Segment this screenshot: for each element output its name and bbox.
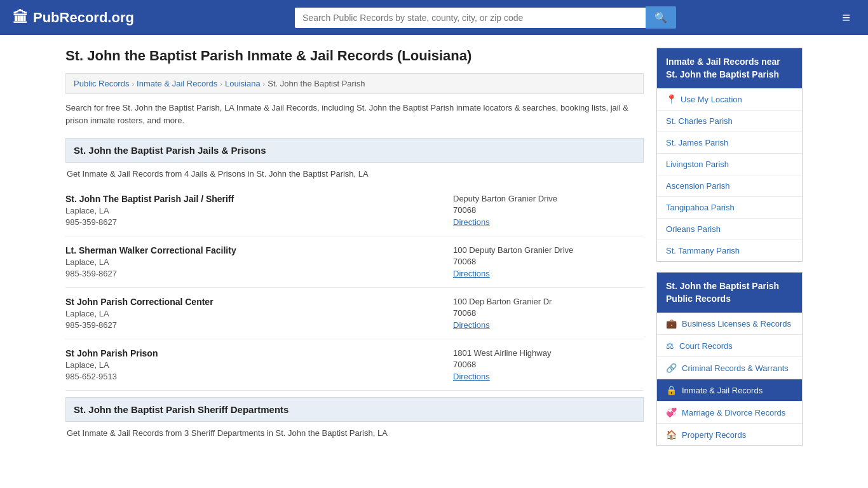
record-link-inmate[interactable]: 🔒 Inmate & Jail Records [657,379,802,401]
record-link-marriage[interactable]: 💞 Marriage & Divorce Records [657,402,802,423]
facility-3-right: 100 Dep Barton Granier Dr 70068 Directio… [453,297,644,330]
heart-icon: 💞 [666,407,677,417]
facility-3: St John Parish Correctional Center Lapla… [65,290,644,339]
record-label-court: Court Records [679,341,733,351]
breadcrumb-louisiana[interactable]: Louisiana [225,79,261,88]
facility-1-zip: 70068 [453,205,644,215]
record-label-criminal: Criminal Records & Warrants [682,363,789,373]
menu-icon[interactable]: ≡ [837,7,855,29]
facility-1-phone: 985-359-8627 [65,217,453,227]
facility-1-left: St. John The Baptist Parish Jail / Sheri… [65,194,453,227]
breadcrumb-public-records[interactable]: Public Records [74,79,129,88]
facility-4-zip: 70068 [453,360,644,369]
breadcrumb-sep-1: › [132,80,134,88]
record-label-property: Property Records [682,430,746,440]
facility-4-address: 1801 West Airline Highway [453,348,644,358]
record-item-inmate[interactable]: 🔒 Inmate & Jail Records [657,379,802,402]
facility-2-directions[interactable]: Directions [453,269,490,278]
facility-2: Lt. Sherman Walker Correctional Facility… [65,239,644,288]
main-content: St. John the Baptist Parish Inmate & Jai… [65,48,644,447]
record-item-court[interactable]: ⚖ Court Records [657,335,802,357]
breadcrumb: Public Records › Inmate & Jail Records ›… [65,73,644,94]
breadcrumb-current: St. John the Baptist Parish [268,79,365,88]
breadcrumb-sep-3: › [263,80,266,88]
sidebar-nearby-list: St. Charles Parish St. James Parish Livi… [657,111,802,261]
facility-1-address: Deputy Barton Granier Drive [453,194,644,203]
facility-4-city: Laplace, LA [65,360,453,370]
sheriff-section-header: St. John the Baptist Parish Sheriff Depa… [65,397,644,422]
facility-1: St. John The Baptist Parish Jail / Sheri… [65,187,644,236]
main-container: St. John the Baptist Parish Inmate & Jai… [53,35,815,459]
use-location-button[interactable]: 📍 Use My Location [657,88,802,111]
nearby-item-3[interactable]: Livingston Parish [657,154,802,175]
page-title: St. John the Baptist Parish Inmate & Jai… [65,48,644,64]
nearby-link-4[interactable]: Ascension Parish [657,175,802,196]
nearby-link-2[interactable]: St. James Parish [657,132,802,153]
home-icon: 🏠 [666,430,677,440]
record-item-marriage[interactable]: 💞 Marriage & Divorce Records [657,402,802,424]
record-link-property[interactable]: 🏠 Property Records [657,424,802,445]
record-label-marriage: Marriage & Divorce Records [682,408,785,417]
nearby-link-3[interactable]: Livingston Parish [657,154,802,175]
facility-4: St John Parish Prison Laplace, LA 985-65… [65,342,644,391]
jails-section-desc: Get Inmate & Jail Records from 4 Jails &… [65,169,644,179]
facility-4-left: St John Parish Prison Laplace, LA 985-65… [65,348,453,381]
record-item-property[interactable]: 🏠 Property Records [657,424,802,445]
sidebar-nearby: Inmate & Jail Records near St. John the … [656,48,803,262]
search-input[interactable] [295,8,646,28]
facility-2-city: Laplace, LA [65,257,453,267]
facility-2-name: Lt. Sherman Walker Correctional Facility [65,245,453,255]
nearby-link-1[interactable]: St. Charles Parish [657,111,802,132]
record-item-business[interactable]: 💼 Business Licenses & Records [657,313,802,335]
facility-2-right: 100 Deputy Barton Granier Drive 70068 Di… [453,245,644,278]
search-bar: 🔍 [295,6,676,29]
facility-3-phone: 985-359-8627 [65,320,453,330]
facility-2-address: 100 Deputy Barton Granier Drive [453,245,644,255]
facility-4-name: St John Parish Prison [65,348,453,358]
site-logo[interactable]: 🏛 PubRecord.org [13,9,134,27]
jails-section-header: St. John the Baptist Parish Jails & Pris… [65,138,644,163]
search-button[interactable]: 🔍 [646,6,676,29]
nearby-link-5[interactable]: Tangipahoa Parish [657,197,802,218]
nearby-item-5[interactable]: Tangipahoa Parish [657,197,802,219]
record-link-business[interactable]: 💼 Business Licenses & Records [657,313,802,334]
nearby-link-6[interactable]: Orleans Parish [657,219,802,240]
record-link-court[interactable]: ⚖ Court Records [657,335,802,356]
facility-4-directions[interactable]: Directions [453,372,490,381]
nearby-item-6[interactable]: Orleans Parish [657,219,802,240]
facility-1-right: Deputy Barton Granier Drive 70068 Direct… [453,194,644,227]
facility-1-city: Laplace, LA [65,206,453,215]
pin-icon: 📍 [666,94,677,104]
logo-icon: 🏛 [13,9,28,27]
facility-3-name: St John Parish Correctional Center [65,297,453,307]
sidebar-public-records: St. John the Baptist Parish Public Recor… [656,272,803,446]
link-icon: 🔗 [666,363,677,373]
nearby-item-7[interactable]: St. Tammany Parish [657,240,802,261]
record-label-business: Business Licenses & Records [682,319,791,329]
facility-3-address: 100 Dep Barton Granier Dr [453,297,644,306]
lock-icon: 🔒 [666,385,677,395]
nearby-item-4[interactable]: Ascension Parish [657,175,802,197]
breadcrumb-sep-2: › [220,80,222,88]
facility-2-phone: 985-359-8627 [65,269,453,278]
facility-3-city: Laplace, LA [65,309,453,318]
nearby-item-1[interactable]: St. Charles Parish [657,111,802,132]
facility-4-phone: 985-652-9513 [65,372,453,381]
nearby-link-7[interactable]: St. Tammany Parish [657,240,802,261]
facility-4-right: 1801 West Airline Highway 70068 Directio… [453,348,644,381]
facility-2-left: Lt. Sherman Walker Correctional Facility… [65,245,453,278]
facility-2-zip: 70068 [453,257,644,266]
facility-1-directions[interactable]: Directions [453,217,490,227]
sidebar-public-records-title: St. John the Baptist Parish Public Recor… [657,273,802,313]
sidebar-records-list: 💼 Business Licenses & Records ⚖ Court Re… [657,313,802,445]
record-label-inmate: Inmate & Jail Records [682,386,763,395]
sheriff-section-desc: Get Inmate & Jail Records from 3 Sheriff… [65,428,644,438]
logo-text: PubRecord.org [33,10,134,26]
use-location-label: Use My Location [681,95,742,104]
sidebar-nearby-title: Inmate & Jail Records near St. John the … [657,48,802,88]
facility-3-directions[interactable]: Directions [453,320,490,330]
nearby-item-2[interactable]: St. James Parish [657,132,802,154]
breadcrumb-inmate-records[interactable]: Inmate & Jail Records [137,79,217,88]
record-link-criminal[interactable]: 🔗 Criminal Records & Warrants [657,357,802,379]
record-item-criminal[interactable]: 🔗 Criminal Records & Warrants [657,357,802,379]
